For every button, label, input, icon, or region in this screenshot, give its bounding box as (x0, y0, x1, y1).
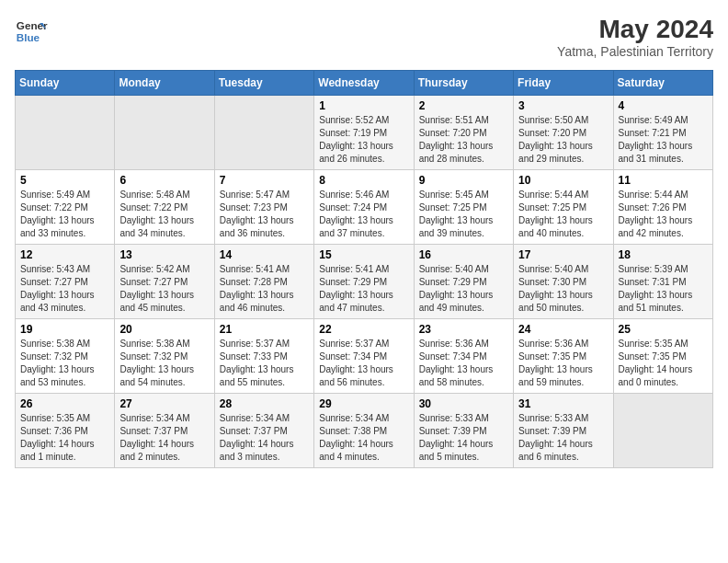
calendar-cell: 25Sunrise: 5:35 AM Sunset: 7:35 PM Dayli… (613, 319, 712, 394)
day-info: Sunrise: 5:41 AM Sunset: 7:28 PM Dayligh… (220, 263, 309, 315)
day-header-monday: Monday (115, 71, 214, 96)
day-info: Sunrise: 5:38 AM Sunset: 7:32 PM Dayligh… (119, 338, 209, 389)
calendar-cell (115, 96, 214, 170)
day-number: 10 (518, 174, 608, 187)
week-row-2: 5Sunrise: 5:49 AM Sunset: 7:22 PM Daylig… (16, 170, 713, 245)
day-number: 21 (220, 323, 309, 336)
day-header-saturday: Saturday (613, 71, 712, 96)
calendar-cell: 28Sunrise: 5:34 AM Sunset: 7:37 PM Dayli… (214, 394, 313, 468)
day-number: 1 (319, 99, 408, 112)
day-number: 27 (119, 397, 209, 410)
calendar-cell: 26Sunrise: 5:35 AM Sunset: 7:36 PM Dayli… (16, 394, 115, 468)
day-info: Sunrise: 5:49 AM Sunset: 7:22 PM Dayligh… (20, 189, 109, 240)
day-number: 28 (220, 397, 309, 410)
day-info: Sunrise: 5:38 AM Sunset: 7:32 PM Dayligh… (20, 338, 109, 389)
week-row-5: 26Sunrise: 5:35 AM Sunset: 7:36 PM Dayli… (16, 394, 713, 468)
day-info: Sunrise: 5:36 AM Sunset: 7:34 PM Dayligh… (419, 338, 508, 389)
calendar-table: SundayMondayTuesdayWednesdayThursdayFrid… (15, 70, 713, 468)
calendar-cell: 5Sunrise: 5:49 AM Sunset: 7:22 PM Daylig… (16, 170, 115, 245)
day-info: Sunrise: 5:37 AM Sunset: 7:34 PM Dayligh… (319, 338, 408, 389)
day-info: Sunrise: 5:36 AM Sunset: 7:35 PM Dayligh… (518, 338, 608, 389)
day-info: Sunrise: 5:39 AM Sunset: 7:31 PM Dayligh… (619, 263, 708, 315)
day-info: Sunrise: 5:33 AM Sunset: 7:39 PM Dayligh… (518, 412, 608, 464)
calendar-cell: 15Sunrise: 5:41 AM Sunset: 7:29 PM Dayli… (314, 245, 414, 319)
calendar-cell: 12Sunrise: 5:43 AM Sunset: 7:27 PM Dayli… (16, 245, 115, 319)
calendar-cell (16, 96, 115, 170)
day-info: Sunrise: 5:34 AM Sunset: 7:37 PM Dayligh… (220, 412, 309, 464)
day-number: 25 (619, 323, 708, 336)
day-info: Sunrise: 5:44 AM Sunset: 7:26 PM Dayligh… (619, 189, 708, 240)
day-number: 3 (518, 99, 608, 112)
calendar-cell: 4Sunrise: 5:49 AM Sunset: 7:21 PM Daylig… (613, 96, 712, 170)
week-row-1: 1Sunrise: 5:52 AM Sunset: 7:19 PM Daylig… (16, 96, 713, 170)
day-header-friday: Friday (514, 71, 613, 96)
day-info: Sunrise: 5:47 AM Sunset: 7:23 PM Dayligh… (220, 189, 309, 240)
day-number: 23 (419, 323, 508, 336)
day-number: 2 (419, 99, 508, 112)
day-info: Sunrise: 5:50 AM Sunset: 7:20 PM Dayligh… (518, 114, 608, 166)
calendar-cell (214, 96, 313, 170)
calendar-cell: 14Sunrise: 5:41 AM Sunset: 7:28 PM Dayli… (214, 245, 313, 319)
calendar-cell: 23Sunrise: 5:36 AM Sunset: 7:34 PM Dayli… (414, 319, 513, 394)
day-info: Sunrise: 5:41 AM Sunset: 7:29 PM Dayligh… (319, 263, 408, 315)
day-number: 30 (419, 397, 508, 410)
day-number: 6 (119, 174, 209, 187)
logo: General Blue (15, 15, 48, 48)
day-number: 17 (518, 248, 608, 261)
day-number: 14 (220, 248, 309, 261)
calendar-cell: 17Sunrise: 5:40 AM Sunset: 7:30 PM Dayli… (514, 245, 613, 319)
day-number: 4 (619, 99, 708, 112)
page-header: General Blue May 2024 Yatma, Palestinian… (15, 15, 713, 59)
calendar-cell: 18Sunrise: 5:39 AM Sunset: 7:31 PM Dayli… (613, 245, 712, 319)
calendar-cell: 1Sunrise: 5:52 AM Sunset: 7:19 PM Daylig… (314, 96, 414, 170)
day-info: Sunrise: 5:37 AM Sunset: 7:33 PM Dayligh… (220, 338, 309, 389)
day-number: 20 (119, 323, 209, 336)
calendar-cell (613, 394, 712, 468)
day-number: 22 (319, 323, 408, 336)
day-info: Sunrise: 5:34 AM Sunset: 7:37 PM Dayligh… (119, 412, 209, 464)
calendar-cell: 20Sunrise: 5:38 AM Sunset: 7:32 PM Dayli… (115, 319, 214, 394)
week-row-3: 12Sunrise: 5:43 AM Sunset: 7:27 PM Dayli… (16, 245, 713, 319)
day-info: Sunrise: 5:46 AM Sunset: 7:24 PM Dayligh… (319, 189, 408, 240)
day-number: 18 (619, 248, 708, 261)
calendar-cell: 11Sunrise: 5:44 AM Sunset: 7:26 PM Dayli… (613, 170, 712, 245)
day-number: 31 (518, 397, 608, 410)
day-number: 19 (20, 323, 109, 336)
day-number: 7 (220, 174, 309, 187)
day-header-thursday: Thursday (414, 71, 513, 96)
day-number: 26 (20, 397, 109, 410)
day-number: 15 (319, 248, 408, 261)
calendar-cell: 13Sunrise: 5:42 AM Sunset: 7:27 PM Dayli… (115, 245, 214, 319)
subtitle: Yatma, Palestinian Territory (557, 44, 713, 59)
calendar-cell: 19Sunrise: 5:38 AM Sunset: 7:32 PM Dayli… (16, 319, 115, 394)
calendar-cell: 22Sunrise: 5:37 AM Sunset: 7:34 PM Dayli… (314, 319, 414, 394)
title-section: May 2024 Yatma, Palestinian Territory (557, 15, 713, 59)
logo-icon: General Blue (15, 15, 48, 48)
main-title: May 2024 (557, 15, 713, 44)
day-number: 11 (619, 174, 708, 187)
svg-text:Blue: Blue (17, 31, 40, 43)
day-info: Sunrise: 5:43 AM Sunset: 7:27 PM Dayligh… (20, 263, 109, 315)
calendar-cell: 10Sunrise: 5:44 AM Sunset: 7:25 PM Dayli… (514, 170, 613, 245)
week-row-4: 19Sunrise: 5:38 AM Sunset: 7:32 PM Dayli… (16, 319, 713, 394)
calendar-cell: 29Sunrise: 5:34 AM Sunset: 7:38 PM Dayli… (314, 394, 414, 468)
day-number: 16 (419, 248, 508, 261)
calendar-cell: 3Sunrise: 5:50 AM Sunset: 7:20 PM Daylig… (514, 96, 613, 170)
calendar-cell: 9Sunrise: 5:45 AM Sunset: 7:25 PM Daylig… (414, 170, 513, 245)
day-info: Sunrise: 5:34 AM Sunset: 7:38 PM Dayligh… (319, 412, 408, 464)
calendar-cell: 16Sunrise: 5:40 AM Sunset: 7:29 PM Dayli… (414, 245, 513, 319)
day-number: 9 (419, 174, 508, 187)
day-info: Sunrise: 5:42 AM Sunset: 7:27 PM Dayligh… (119, 263, 209, 315)
calendar-cell: 8Sunrise: 5:46 AM Sunset: 7:24 PM Daylig… (314, 170, 414, 245)
day-info: Sunrise: 5:35 AM Sunset: 7:35 PM Dayligh… (619, 338, 708, 389)
day-header-tuesday: Tuesday (214, 71, 313, 96)
day-info: Sunrise: 5:52 AM Sunset: 7:19 PM Dayligh… (319, 114, 408, 166)
day-info: Sunrise: 5:35 AM Sunset: 7:36 PM Dayligh… (20, 412, 109, 464)
day-info: Sunrise: 5:48 AM Sunset: 7:22 PM Dayligh… (119, 189, 209, 240)
calendar-cell: 2Sunrise: 5:51 AM Sunset: 7:20 PM Daylig… (414, 96, 513, 170)
calendar-cell: 27Sunrise: 5:34 AM Sunset: 7:37 PM Dayli… (115, 394, 214, 468)
day-info: Sunrise: 5:49 AM Sunset: 7:21 PM Dayligh… (619, 114, 708, 166)
day-number: 24 (518, 323, 608, 336)
day-number: 5 (20, 174, 109, 187)
day-number: 29 (319, 397, 408, 410)
